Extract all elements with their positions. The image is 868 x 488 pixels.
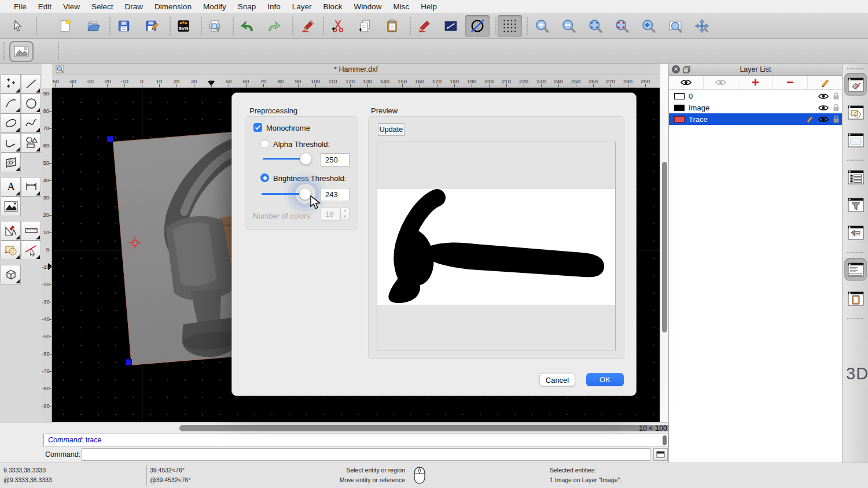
command-history-scrollbar-thumb[interactable] bbox=[663, 435, 667, 445]
spline-tool-button[interactable] bbox=[21, 113, 41, 133]
show-all-layers-button[interactable] bbox=[669, 76, 704, 89]
add-layer-button[interactable] bbox=[738, 76, 773, 89]
layer-color-swatch[interactable] bbox=[674, 105, 685, 111]
menu-item-select[interactable]: Select bbox=[86, 2, 119, 11]
menu-item-draw[interactable]: Draw bbox=[119, 2, 149, 11]
strip-handle[interactable] bbox=[847, 68, 863, 69]
update-button[interactable]: Update bbox=[378, 123, 404, 136]
layer-edit-icon[interactable] bbox=[806, 115, 814, 123]
menu-item-misc[interactable]: Misc bbox=[388, 2, 415, 11]
shape-tool-button[interactable] bbox=[21, 133, 41, 153]
command-history[interactable]: Command: trace bbox=[43, 434, 668, 446]
layer-lock-icon[interactable] bbox=[833, 103, 840, 112]
trace-circle-button[interactable] bbox=[465, 15, 490, 37]
layer-visible-icon[interactable] bbox=[818, 104, 829, 112]
menu-item-file[interactable]: File bbox=[8, 2, 32, 11]
menu-item-edit[interactable]: Edit bbox=[32, 2, 57, 11]
print-preview-button[interactable] bbox=[203, 15, 227, 37]
paste-button[interactable] bbox=[380, 15, 404, 37]
panel-layer-list-button[interactable] bbox=[844, 73, 867, 96]
command-panel-toggle-button[interactable] bbox=[653, 448, 668, 461]
number-of-colors-input[interactable]: 16 bbox=[321, 208, 340, 221]
draw-pencil-button[interactable] bbox=[412, 15, 436, 37]
line-tool-button[interactable] bbox=[21, 74, 41, 94]
toolbar-handle[interactable] bbox=[58, 42, 59, 60]
redo-button[interactable] bbox=[262, 15, 286, 37]
layer-color-swatch[interactable] bbox=[674, 116, 685, 123]
number-of-colors-spinner[interactable]: ˄˅ bbox=[340, 208, 350, 220]
layer-color-swatch[interactable] bbox=[674, 93, 685, 99]
undo-button[interactable] bbox=[235, 15, 259, 37]
measure-tool-button[interactable] bbox=[21, 221, 41, 241]
monochrome-checkbox[interactable] bbox=[253, 123, 262, 132]
panel-library-browser-button[interactable] bbox=[844, 165, 867, 188]
layer-visible-icon[interactable] bbox=[818, 93, 829, 100]
menu-item-block[interactable]: Block bbox=[318, 2, 348, 11]
point-tool-button[interactable] bbox=[1, 74, 21, 94]
edit-layer-button[interactable] bbox=[808, 76, 842, 89]
panel-script-shell-button[interactable] bbox=[844, 221, 867, 244]
toolbar-handle[interactable] bbox=[3, 42, 5, 60]
ok-button[interactable]: OK bbox=[586, 373, 624, 386]
menu-item-help[interactable]: Help bbox=[415, 2, 443, 11]
erase-button[interactable] bbox=[295, 15, 319, 37]
dimension-button[interactable] bbox=[439, 15, 463, 37]
zoom-selection-button[interactable] bbox=[610, 15, 634, 37]
zoom-auto-button[interactable] bbox=[583, 15, 608, 37]
layer-lock-icon[interactable] bbox=[833, 92, 840, 100]
new-file-button[interactable] bbox=[53, 15, 78, 37]
panel-clipboard-button[interactable] bbox=[844, 287, 867, 310]
pan-button[interactable] bbox=[690, 15, 714, 37]
save-as-button[interactable] bbox=[139, 15, 164, 37]
horizontal-scrollbar-thumb[interactable] bbox=[179, 425, 697, 431]
copy-button[interactable] bbox=[353, 15, 377, 37]
alpha-threshold-input[interactable]: 250 bbox=[321, 153, 350, 167]
image-tool-button[interactable] bbox=[1, 197, 21, 216]
layer-lock-icon[interactable] bbox=[833, 115, 840, 123]
panel-block-list-button[interactable] bbox=[844, 101, 867, 124]
insert-image-button[interactable] bbox=[9, 41, 34, 62]
polyline-tool-button[interactable] bbox=[1, 133, 21, 153]
ellipse-tool-button[interactable] bbox=[1, 113, 21, 133]
menu-item-info[interactable]: Info bbox=[262, 2, 286, 11]
selection-arrow-button[interactable] bbox=[6, 15, 30, 37]
layer-visible-icon[interactable] bbox=[818, 116, 829, 123]
dimension-tool-button[interactable] bbox=[21, 177, 41, 197]
block-tool-button[interactable] bbox=[1, 241, 21, 260]
layer-row-image[interactable]: Image bbox=[669, 102, 842, 113]
zoom-out-button[interactable] bbox=[557, 15, 581, 37]
zoom-window-button[interactable] bbox=[663, 15, 687, 37]
text-tool-button[interactable]: A bbox=[1, 177, 21, 197]
zoom-previous-button[interactable] bbox=[637, 15, 661, 37]
menu-item-layer[interactable]: Layer bbox=[286, 2, 318, 11]
save-button[interactable] bbox=[112, 15, 136, 37]
remove-layer-button[interactable] bbox=[773, 76, 808, 89]
alpha-threshold-radio[interactable] bbox=[260, 139, 269, 148]
command-input[interactable] bbox=[82, 448, 650, 461]
panel-property-editor-button[interactable] bbox=[844, 258, 867, 281]
grid-toggle-button[interactable] bbox=[498, 15, 522, 37]
menu-item-dimension[interactable]: Dimension bbox=[149, 2, 197, 11]
vertical-scrollbar-thumb[interactable] bbox=[662, 162, 667, 332]
layer-row-0[interactable]: 0 bbox=[669, 90, 842, 102]
menu-item-modify[interactable]: Modify bbox=[197, 2, 232, 11]
brightness-threshold-radio[interactable] bbox=[260, 173, 269, 182]
circle-tool-button[interactable] bbox=[21, 94, 41, 113]
svg-export-button[interactable]: SVG bbox=[171, 15, 196, 37]
modify-tools-button[interactable] bbox=[1, 221, 21, 241]
cut-button[interactable] bbox=[326, 15, 350, 37]
cancel-button[interactable]: Cancel bbox=[539, 373, 575, 386]
menu-item-window[interactable]: Window bbox=[348, 2, 388, 11]
alpha-slider-handle[interactable] bbox=[300, 153, 312, 165]
solid-tool-button[interactable] bbox=[1, 265, 21, 284]
menu-item-snap[interactable]: Snap bbox=[232, 2, 262, 11]
menu-item-view[interactable]: View bbox=[57, 2, 86, 11]
zoom-in-button[interactable] bbox=[530, 15, 554, 37]
brightness-threshold-input[interactable]: 243 bbox=[321, 188, 350, 201]
arc-tool-button[interactable] bbox=[1, 94, 21, 113]
document-tab-title[interactable]: * Hammer.dxf bbox=[52, 65, 660, 73]
panel-view-list-button[interactable] bbox=[844, 128, 867, 151]
selection-handle[interactable] bbox=[107, 136, 113, 142]
snap-tool-button[interactable] bbox=[21, 241, 41, 260]
hatch-tool-button[interactable] bbox=[1, 153, 21, 172]
